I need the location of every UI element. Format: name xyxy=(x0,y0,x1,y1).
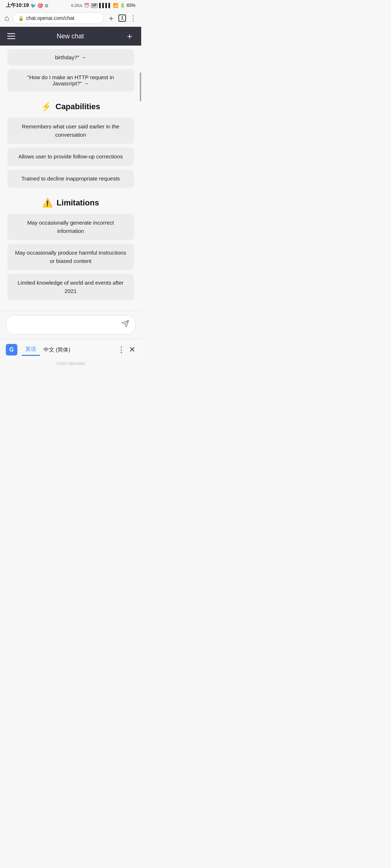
status-time: 上午10:19 xyxy=(6,2,29,9)
translate-close-button[interactable]: ✕ xyxy=(129,345,135,354)
status-icons: 🐦 🎯 ⊙ xyxy=(30,3,49,8)
scrollbar-thumb[interactable] xyxy=(140,72,141,101)
translate-lang-1[interactable]: 英语 xyxy=(22,344,40,356)
limitation-text-2: May occasionally produce harmful instruc… xyxy=(15,250,126,264)
menu-line-3 xyxy=(7,38,15,39)
suggestion-card-2[interactable]: "How do I make an HTTP request in Javasc… xyxy=(7,69,134,92)
menu-line-2 xyxy=(7,36,15,37)
chat-input[interactable] xyxy=(12,322,118,328)
suggestion-text-2: "How do I make an HTTP request in Javasc… xyxy=(27,74,114,86)
capabilities-section: ⚡ Capabilities Remembers what user said … xyxy=(7,102,134,188)
limitations-icon: ⚠️ xyxy=(42,198,53,208)
translate-more-button[interactable]: ⋮ xyxy=(114,345,129,354)
capability-text-2: Allows user to provide follow-up correct… xyxy=(18,153,123,159)
menu-line-1 xyxy=(7,33,15,34)
lock-icon: 🔒 xyxy=(18,16,24,21)
capability-text-1: Remembers what user said earlier in the … xyxy=(22,123,119,138)
input-bar-container xyxy=(0,311,141,339)
translate-lang-2[interactable]: 中文 (简体) xyxy=(40,344,74,356)
status-speed: 6.2K/s xyxy=(71,3,82,8)
new-tab-button[interactable]: ＋ xyxy=(108,13,115,23)
input-bar[interactable] xyxy=(6,315,135,335)
capability-card-2: Allows user to provide follow-up correct… xyxy=(7,148,134,166)
status-battery-text: 65% xyxy=(127,3,135,8)
header-title: New chat xyxy=(56,33,84,40)
capability-card-1: Remembers what user said earlier in the … xyxy=(7,118,134,144)
suggestion-text-partial: birthday?" → xyxy=(55,54,86,60)
suggestion-card-partial[interactable]: birthday?" → xyxy=(7,49,134,65)
menu-button[interactable] xyxy=(7,33,15,39)
translate-google-icon: G xyxy=(6,344,17,356)
main-content: birthday?" → "How do I make an HTTP requ… xyxy=(0,49,141,311)
status-vp-icon: VP xyxy=(91,3,98,8)
url-text: chat.openai.com/chat xyxy=(26,15,98,21)
capability-text-3: Trained to decline inappropriate request… xyxy=(21,175,120,182)
status-alarm-icon: ⏰ xyxy=(84,3,89,8)
watermark: CSDN ©libin9i0ak xyxy=(0,360,141,366)
translate-bar: G 英语 中文 (简体) ⋮ ✕ xyxy=(0,339,141,360)
status-bar: 上午10:19 🐦 🎯 ⊙ 6.2K/s ⏰ VP ▌▌▌▌ 📶 🔋 65% xyxy=(0,0,141,10)
send-button[interactable] xyxy=(121,320,129,330)
capability-card-3: Trained to decline inappropriate request… xyxy=(7,170,134,188)
home-button[interactable]: ⌂ xyxy=(4,13,9,23)
limitations-section: ⚠️ Limitations May occasionally generate… xyxy=(7,198,134,300)
limitation-card-1: May occasionally generate incorrect info… xyxy=(7,214,134,240)
browser-menu-button[interactable]: ⋮ xyxy=(130,14,137,22)
limitation-card-3: Limited knowledge of world and events af… xyxy=(7,274,134,300)
status-wifi-icon: 📶 xyxy=(113,3,118,8)
status-signal-icon: ▌▌▌▌ xyxy=(99,3,112,8)
limitation-card-2: May occasionally produce harmful instruc… xyxy=(7,244,134,270)
url-bar[interactable]: 🔒 chat.openai.com/chat xyxy=(13,12,104,24)
browser-bar: ⌂ 🔒 chat.openai.com/chat ＋ 1 ⋮ xyxy=(0,10,141,27)
capabilities-title: Capabilities xyxy=(55,102,100,111)
limitation-text-3: Limited knowledge of world and events af… xyxy=(18,280,124,294)
limitation-text-1: May occasionally generate incorrect info… xyxy=(27,220,114,234)
capabilities-icon: ⚡ xyxy=(41,102,52,112)
new-chat-button[interactable]: ＋ xyxy=(125,32,134,41)
app-header: New chat ＋ xyxy=(0,27,141,46)
limitations-title: Limitations xyxy=(56,198,99,208)
tab-count[interactable]: 1 xyxy=(118,14,126,22)
status-battery-icon: 🔋 xyxy=(120,3,125,8)
